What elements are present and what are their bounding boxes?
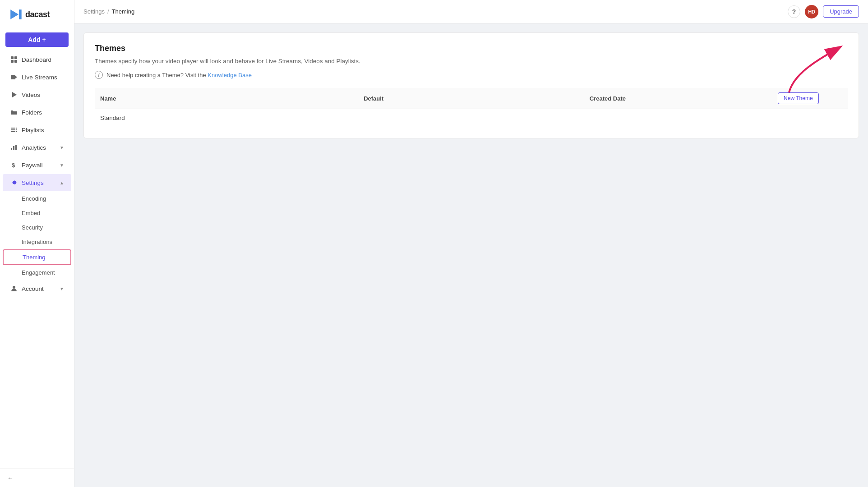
engagement-label: Engagement	[22, 269, 55, 276]
row-actions	[772, 109, 848, 127]
table-row: Standard	[95, 109, 848, 127]
svg-rect-2	[11, 56, 14, 59]
integrations-label: Integrations	[22, 239, 52, 245]
info-text: Need help creating a Theme? Visit the	[106, 72, 206, 78]
sidebar-item-theming[interactable]: Theming	[3, 249, 71, 265]
page-description: Themes specify how your video player wil…	[95, 58, 848, 64]
sidebar-item-embed[interactable]: Embed	[3, 206, 71, 220]
sidebar-item-account[interactable]: Account ▼	[3, 280, 71, 297]
svg-marker-8	[12, 92, 17, 97]
sidebar-item-label-account: Account	[22, 285, 60, 292]
add-button[interactable]: Add +	[5, 32, 69, 47]
svg-rect-12	[16, 128, 17, 129]
dacast-logo	[7, 6, 23, 23]
svg-rect-10	[11, 129, 15, 130]
main-area: Settings / Theming ? HD Upgrade Themes T…	[74, 0, 868, 487]
col-header-name: Name	[95, 88, 358, 109]
breadcrumb: Settings / Theming	[83, 8, 134, 15]
row-created-date	[584, 109, 772, 127]
sidebar-item-label-videos: Videos	[22, 92, 64, 98]
list-icon	[10, 126, 18, 134]
chevron-down-icon: ▼	[60, 145, 64, 150]
upgrade-button[interactable]: Upgrade	[823, 5, 859, 18]
svg-rect-14	[16, 131, 17, 132]
svg-rect-6	[11, 75, 15, 79]
svg-rect-11	[11, 131, 15, 132]
folder-icon	[10, 108, 18, 116]
sidebar-item-folders[interactable]: Folders	[3, 104, 71, 121]
svg-rect-4	[11, 60, 14, 63]
knowledge-base-link[interactable]: Knowledge Base	[208, 72, 252, 78]
sidebar-item-label-dashboard: Dashboard	[22, 56, 64, 63]
sidebar-navigation: Dashboard Live Streams Videos Folders	[0, 51, 74, 469]
embed-label: Embed	[22, 210, 40, 216]
chevron-down-icon-paywall: ▼	[60, 163, 64, 168]
sidebar-item-label-settings: Settings	[22, 179, 60, 186]
sidebar-item-label-analytics: Analytics	[22, 144, 60, 151]
svg-rect-16	[13, 146, 14, 150]
help-button[interactable]: ?	[788, 5, 800, 18]
sidebar-item-live-streams[interactable]: Live Streams	[3, 69, 71, 86]
encoding-label: Encoding	[22, 195, 46, 202]
col-header-created: Created Date	[584, 88, 772, 109]
svg-point-19	[13, 286, 15, 289]
row-name: Standard	[95, 109, 358, 127]
sidebar-item-dashboard[interactable]: Dashboard	[3, 51, 71, 68]
avatar[interactable]: HD	[805, 5, 818, 18]
svg-rect-5	[14, 60, 17, 63]
svg-rect-3	[14, 56, 17, 59]
bar-chart-icon	[10, 143, 18, 152]
breadcrumb-parent[interactable]: Settings	[83, 8, 105, 15]
table-wrapper: Name Default Created Date New Theme	[95, 88, 848, 127]
sidebar-item-settings[interactable]: Settings ▲	[3, 174, 71, 191]
sidebar-item-encoding[interactable]: Encoding	[3, 192, 71, 206]
dollar-icon: $	[10, 161, 18, 169]
themes-card: Themes Themes specify how your video pla…	[83, 32, 859, 138]
svg-text:$: $	[12, 162, 15, 169]
sidebar-item-videos[interactable]: Videos	[3, 86, 71, 103]
sidebar-item-paywall[interactable]: $ Paywall ▼	[3, 156, 71, 174]
svg-rect-9	[11, 128, 15, 129]
breadcrumb-current: Theming	[112, 8, 135, 15]
chevron-down-icon-account: ▼	[60, 286, 64, 291]
header: Settings / Theming ? HD Upgrade	[74, 0, 868, 23]
sidebar-item-label-playlists: Playlists	[22, 127, 64, 133]
row-default	[358, 109, 584, 127]
settings-sub-nav: Encoding Embed Security Integrations The…	[0, 192, 74, 280]
themes-table: Name Default Created Date New Theme	[95, 88, 848, 127]
svg-rect-13	[16, 129, 17, 130]
svg-marker-0	[10, 9, 18, 19]
table-header: Name Default Created Date New Theme	[95, 88, 848, 109]
sidebar-collapse[interactable]: ←	[0, 469, 74, 487]
brand-name: dacast	[25, 10, 50, 19]
sidebar-item-playlists[interactable]: Playlists	[3, 121, 71, 138]
col-header-default: Default	[358, 88, 584, 109]
breadcrumb-separator: /	[107, 8, 109, 15]
new-theme-wrapper: New Theme	[778, 92, 818, 104]
page-title: Themes	[95, 44, 848, 53]
info-icon: i	[95, 71, 103, 79]
sidebar-item-integrations[interactable]: Integrations	[3, 235, 71, 249]
info-bar: i Need help creating a Theme? Visit the …	[95, 71, 848, 79]
svg-marker-7	[15, 76, 17, 78]
security-label: Security	[22, 224, 43, 231]
table-body: Standard	[95, 109, 848, 127]
sidebar-item-label-paywall: Paywall	[22, 162, 60, 169]
content-area: Themes Themes specify how your video pla…	[74, 23, 868, 487]
sidebar-item-engagement[interactable]: Engagement	[3, 266, 71, 280]
chevron-up-icon-settings: ▲	[60, 180, 64, 185]
person-icon	[10, 285, 18, 293]
col-header-action: New Theme	[772, 88, 848, 109]
gear-icon	[10, 179, 18, 187]
svg-rect-15	[11, 148, 12, 150]
new-theme-button[interactable]: New Theme	[778, 92, 818, 104]
sidebar-item-security[interactable]: Security	[3, 221, 71, 234]
grid-icon	[10, 55, 18, 64]
header-actions: ? HD Upgrade	[788, 5, 859, 18]
svg-rect-1	[19, 9, 22, 19]
sidebar: dacast Add + Dashboard Live Streams Vide…	[0, 0, 74, 487]
sidebar-item-analytics[interactable]: Analytics ▼	[3, 139, 71, 156]
sidebar-item-label-folders: Folders	[22, 109, 64, 116]
sidebar-item-label-live-streams: Live Streams	[22, 74, 64, 81]
play-icon	[10, 91, 18, 99]
